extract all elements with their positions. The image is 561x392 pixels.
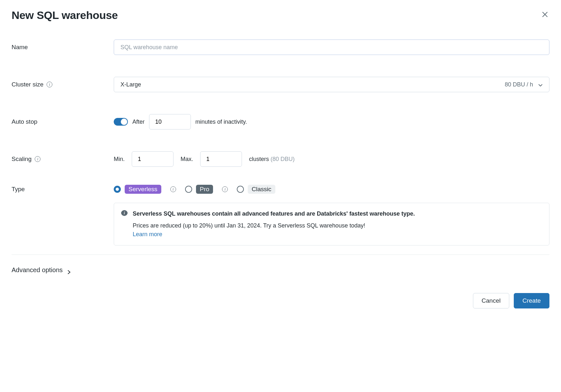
info-icon[interactable]: i	[222, 186, 228, 192]
scaling-max-input[interactable]	[200, 151, 242, 167]
advanced-options-expander[interactable]: Advanced options	[12, 266, 549, 274]
scaling-min-input[interactable]	[132, 151, 174, 167]
scaling-max-label: Max.	[181, 156, 193, 163]
cancel-button[interactable]: Cancel	[473, 293, 509, 308]
scaling-dbu-note: (80 DBU)	[271, 156, 295, 162]
divider	[12, 254, 549, 255]
auto-stop-prefix: After	[132, 119, 145, 125]
info-icon[interactable]: i	[47, 82, 52, 87]
type-radio-classic[interactable]	[237, 186, 244, 193]
cluster-size-cost: 80 DBU / h	[505, 81, 533, 88]
type-info-title: Serverless SQL warehouses contain all ad…	[133, 210, 415, 217]
learn-more-link[interactable]: Learn more	[133, 231, 162, 237]
auto-stop-toggle[interactable]	[114, 118, 128, 126]
scaling-label: Scaling	[12, 156, 31, 163]
auto-stop-minutes-input[interactable]	[149, 114, 191, 129]
type-option-serverless: Serverless	[125, 185, 161, 194]
name-input[interactable]	[114, 40, 549, 55]
chevron-down-icon	[538, 82, 543, 87]
type-option-pro: Pro	[196, 185, 213, 194]
cluster-size-label: Cluster size	[12, 81, 43, 88]
info-icon: i	[121, 210, 128, 216]
auto-stop-suffix: minutes of inactivity.	[195, 119, 247, 125]
cluster-size-value: X-Large	[120, 81, 141, 88]
chevron-right-icon	[67, 268, 71, 272]
type-info-body: Prices are reduced (up to 20%) until Jan…	[133, 221, 415, 230]
close-icon	[542, 11, 548, 19]
scaling-min-label: Min.	[114, 156, 125, 163]
info-icon[interactable]: i	[35, 156, 40, 162]
type-label: Type	[12, 185, 114, 193]
page-title: New SQL warehouse	[12, 9, 118, 22]
info-icon[interactable]: i	[170, 186, 176, 192]
advanced-options-label: Advanced options	[12, 266, 63, 274]
auto-stop-label: Auto stop	[12, 118, 114, 125]
type-option-classic: Classic	[248, 185, 275, 194]
create-button[interactable]: Create	[514, 293, 549, 308]
scaling-clusters-label: clusters	[249, 156, 269, 162]
type-radio-pro[interactable]	[185, 186, 192, 193]
type-radio-serverless[interactable]	[114, 186, 121, 193]
name-label: Name	[12, 44, 114, 51]
close-button[interactable]	[540, 11, 549, 20]
type-info-box: i Serverless SQL warehouses contain all …	[114, 203, 549, 245]
cluster-size-select[interactable]: X-Large 80 DBU / h	[114, 77, 549, 92]
